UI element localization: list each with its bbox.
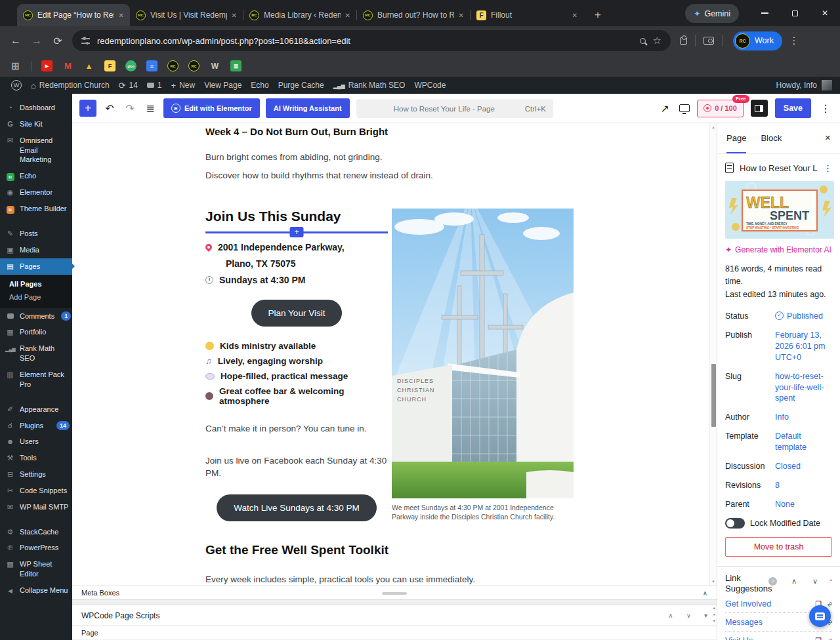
sidebar-item-dashboard[interactable]: Dashboard — [0, 100, 72, 116]
url-text[interactable]: redemptionplano.com/wp-admin/post.php?po… — [97, 36, 633, 46]
view-page-menu[interactable]: View Page — [200, 77, 246, 94]
status-value[interactable]: Published — [775, 311, 832, 322]
paragraph-block[interactable]: Discover how to build rhythms that renew… — [205, 169, 573, 182]
canvas-scrollbar[interactable] — [709, 123, 717, 586]
church-image[interactable]: DISCIPLES CHRISTIAN CHURCH — [392, 209, 574, 498]
admin-bar-account[interactable]: Howdy, Info — [776, 80, 833, 90]
sidebar-item-pages[interactable]: Pages — [0, 258, 72, 275]
sidebar-item-element-pack[interactable]: Element Pack Pro — [0, 367, 72, 393]
lock-modified-date-toggle[interactable] — [725, 518, 745, 529]
preview-icon[interactable] — [679, 104, 690, 112]
publish-value[interactable]: February 13, 2026 6:01 pm UTC+0 — [775, 330, 832, 363]
google-docs-bookmark-icon[interactable] — [146, 60, 158, 71]
footer-scrollbar[interactable]: ▲ ● ▼ — [713, 606, 716, 623]
resize-handle[interactable] — [382, 592, 407, 595]
updates-menu[interactable]: 14 — [114, 77, 142, 94]
feature-item[interactable]: Lively, engaging worship — [205, 356, 388, 366]
sidebar-item-rank-math[interactable]: Rank Math SEO — [0, 340, 72, 367]
sidebar-item-stackcache[interactable]: StackCache — [0, 524, 72, 540]
sidebar-item-posts[interactable]: Posts — [0, 226, 72, 242]
toggle-panel-icon[interactable] — [704, 612, 707, 619]
sidebar-item-users[interactable]: Users — [0, 433, 72, 450]
gmail-bookmark-icon[interactable] — [62, 60, 74, 71]
address-bar[interactable]: redemptionplano.com/wp-admin/post.php?po… — [72, 30, 671, 51]
scroll-down-icon[interactable]: ▼ — [713, 619, 716, 623]
paperclip-icon[interactable] — [825, 636, 834, 640]
block-inserter-button[interactable] — [79, 100, 96, 117]
rank-math-menu[interactable]: Rank Math SEO — [329, 77, 410, 94]
tag-icon[interactable] — [815, 637, 822, 640]
sidebar-item-appearance[interactable]: Appearance — [0, 401, 72, 418]
apps-grid-icon[interactable] — [10, 60, 21, 71]
watch-live-button[interactable]: Watch Live Sundays at 4:30 PM — [217, 494, 377, 521]
week-heading-block[interactable]: Week 4 – Do Not Burn Out, Burn Bright — [205, 126, 573, 137]
tab-close-icon[interactable]: ✕ — [345, 12, 350, 19]
tab-close-icon[interactable]: ✕ — [459, 12, 464, 19]
gemini-button[interactable]: Gemini — [685, 4, 739, 23]
featured-image[interactable]: WELL SPENT TIME, MONEY, AND ENERGY STOP … — [725, 181, 834, 239]
close-settings-icon[interactable] — [825, 134, 831, 142]
settings-panel-toggle[interactable] — [751, 100, 768, 117]
tab-page[interactable]: Page — [726, 123, 746, 153]
schedule-line[interactable]: Sundays at 4:30 PM — [205, 275, 388, 285]
tab-close-icon[interactable]: ✕ — [572, 12, 578, 19]
back-button[interactable] — [7, 35, 25, 47]
feature-item[interactable]: Great coffee bar & welcoming atmosphere — [205, 386, 388, 406]
window-minimize-button[interactable] — [749, 0, 780, 26]
tab-block[interactable]: Block — [761, 123, 782, 153]
tab-fillout[interactable]: Fillout ✕ — [471, 4, 583, 26]
new-content-menu[interactable]: New — [167, 77, 200, 94]
extensions-icon[interactable] — [680, 37, 687, 45]
rank-math-score-button[interactable]: 0 / 100 Free — [697, 100, 744, 117]
w-bookmark-icon[interactable] — [209, 60, 220, 71]
revisions-value[interactable]: 8 — [775, 480, 832, 491]
paragraph-block[interactable]: Join us live on Facebook each Sunday at … — [205, 454, 388, 480]
site-settings-icon[interactable] — [81, 38, 90, 44]
sidebar-item-omnisend[interactable]: Omnisend Email Marketing — [0, 132, 72, 169]
google-drive-bookmark-icon[interactable] — [83, 60, 94, 71]
sidebar-item-portfolio[interactable]: Portfolio — [0, 324, 72, 340]
scrollbar-thumb[interactable] — [711, 364, 716, 427]
move-down-icon[interactable] — [686, 612, 691, 619]
feature-item[interactable]: Hope-filled, practical message — [205, 371, 388, 381]
undo-button[interactable] — [102, 102, 117, 115]
generate-with-elementor-ai-link[interactable]: Generate with Elementor AI — [725, 245, 832, 254]
browser-profile-button[interactable]: Work — [733, 31, 782, 50]
link-suggestion-visit-us[interactable]: Visit Us — [725, 636, 810, 640]
wp-logo-menu[interactable] — [7, 77, 26, 94]
submenu-item-add-page[interactable]: Add Page — [0, 290, 72, 304]
echo-menu[interactable]: Echo — [246, 77, 273, 94]
paragraph-block[interactable]: Burn bright comes from abiding, not grin… — [205, 151, 573, 164]
redo-button[interactable] — [123, 102, 137, 115]
sidebar-item-plugins[interactable]: Plugins14 — [0, 418, 72, 434]
slug-value[interactable]: how-to-reset-your-life-well-spent — [775, 371, 832, 405]
sidebar-item-collapse-menu[interactable]: Collapse Menu — [0, 582, 72, 599]
sidebar-item-wp-sheet-editor[interactable]: WP Sheet Editor — [0, 556, 72, 582]
google-sheets-bookmark-icon[interactable] — [230, 60, 242, 71]
sidebar-item-code-snippets[interactable]: Code Snippets — [0, 483, 72, 499]
window-close-button[interactable] — [810, 0, 840, 26]
comments-menu[interactable]: 1 — [142, 77, 167, 94]
image-caption[interactable]: We meet Sundays at 4:30 PM at 2001 Indep… — [392, 503, 574, 521]
sidebar-item-media[interactable]: Media — [0, 242, 72, 258]
meta-boxes-panel[interactable]: Meta Boxes — [72, 586, 717, 600]
edit-with-elementor-button[interactable]: Edit with Elementor — [163, 98, 260, 118]
sidebar-item-site-kit[interactable]: Site Kit — [0, 116, 72, 132]
redemption-church-bookmark-icon[interactable] — [188, 60, 200, 71]
tab-burned-out[interactable]: Burned out? How to R ✕ — [357, 4, 470, 26]
sidebar-item-wp-mail-smtp[interactable]: WP Mail SMTP — [0, 499, 72, 515]
sidebar-item-echo[interactable]: Echo — [0, 168, 72, 184]
link-suggestion-get-involved[interactable]: Get Involved — [725, 599, 810, 609]
site-name-menu[interactable]: Redemption Church — [26, 77, 114, 94]
move-up-icon[interactable] — [668, 612, 673, 619]
wpcode-menu[interactable]: WPCode — [410, 77, 450, 94]
inline-inserter-button[interactable] — [290, 227, 304, 237]
sidebar-item-powerpress[interactable]: PowerPress — [0, 540, 72, 556]
tab-visit-us[interactable]: Visit Us | Visit Redemp ✕ — [130, 4, 243, 26]
gloo-bookmark-icon[interactable] — [125, 60, 136, 71]
address-line-2[interactable]: Plano, TX 75075 — [205, 258, 388, 269]
external-link-icon[interactable] — [658, 102, 672, 115]
browser-menu-icon[interactable] — [788, 35, 801, 47]
chat-widget-button[interactable] — [809, 605, 831, 627]
bookmark-star-icon[interactable] — [653, 35, 662, 47]
